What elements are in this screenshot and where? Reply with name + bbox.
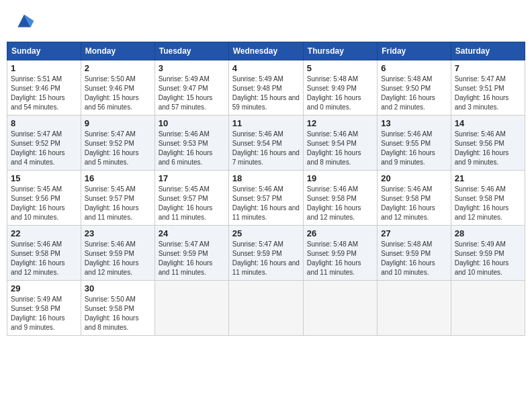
day-number: 11	[232, 118, 300, 128]
day-info: Sunrise: 5:46 AM Sunset: 9:54 PM Dayligh…	[307, 130, 373, 167]
day-info: Sunrise: 5:49 AM Sunset: 9:58 PM Dayligh…	[11, 295, 77, 332]
calendar-cell: 14 Sunrise: 5:46 AM Sunset: 9:56 PM Dayl…	[451, 116, 525, 171]
day-number: 19	[307, 173, 373, 183]
calendar-cell: 9 Sunrise: 5:47 AM Sunset: 9:52 PM Dayli…	[81, 116, 154, 171]
day-info: Sunrise: 5:46 AM Sunset: 9:53 PM Dayligh…	[159, 130, 225, 167]
day-number: 24	[159, 228, 225, 238]
header-tuesday: Tuesday	[154, 42, 228, 60]
calendar-cell: 1 Sunrise: 5:51 AM Sunset: 9:46 PM Dayli…	[7, 60, 81, 116]
calendar-week-3: 15 Sunrise: 5:45 AM Sunset: 9:56 PM Dayl…	[7, 171, 525, 226]
day-number: 6	[381, 63, 447, 73]
day-number: 15	[11, 173, 77, 183]
day-info: Sunrise: 5:45 AM Sunset: 9:56 PM Dayligh…	[11, 185, 77, 222]
day-number: 7	[455, 63, 521, 73]
calendar-cell: 23 Sunrise: 5:46 AM Sunset: 9:59 PM Dayl…	[81, 226, 154, 281]
calendar-cell: 29 Sunrise: 5:49 AM Sunset: 9:58 PM Dayl…	[7, 281, 81, 336]
day-number: 8	[11, 118, 77, 128]
calendar-cell: 5 Sunrise: 5:48 AM Sunset: 9:49 PM Dayli…	[303, 60, 377, 116]
day-number: 20	[381, 173, 447, 183]
day-info: Sunrise: 5:49 AM Sunset: 9:47 PM Dayligh…	[159, 75, 225, 112]
calendar-cell: 28 Sunrise: 5:49 AM Sunset: 9:59 PM Dayl…	[451, 226, 525, 281]
calendar-cell: 12 Sunrise: 5:46 AM Sunset: 9:54 PM Dayl…	[303, 116, 377, 171]
day-number: 3	[159, 63, 225, 73]
header-sunday: Sunday	[7, 42, 81, 60]
calendar-cell: 10 Sunrise: 5:46 AM Sunset: 9:53 PM Dayl…	[154, 116, 228, 171]
day-info: Sunrise: 5:49 AM Sunset: 9:48 PM Dayligh…	[232, 75, 300, 112]
day-info: Sunrise: 5:50 AM Sunset: 9:46 PM Dayligh…	[85, 75, 151, 112]
day-info: Sunrise: 5:46 AM Sunset: 9:56 PM Dayligh…	[455, 130, 521, 167]
day-info: Sunrise: 5:47 AM Sunset: 9:51 PM Dayligh…	[455, 75, 521, 112]
logo-icon	[13, 10, 35, 32]
calendar-week-5: 29 Sunrise: 5:49 AM Sunset: 9:58 PM Dayl…	[7, 281, 525, 336]
logo	[13, 10, 38, 32]
day-number: 18	[232, 173, 300, 183]
calendar-cell: 30 Sunrise: 5:50 AM Sunset: 9:58 PM Dayl…	[81, 281, 154, 336]
day-number: 9	[85, 118, 151, 128]
calendar: SundayMondayTuesdayWednesdayThursdayFrid…	[7, 42, 525, 336]
calendar-cell: 13 Sunrise: 5:46 AM Sunset: 9:55 PM Dayl…	[378, 116, 451, 171]
calendar-header-row: SundayMondayTuesdayWednesdayThursdayFrid…	[7, 42, 525, 60]
calendar-week-1: 1 Sunrise: 5:51 AM Sunset: 9:46 PM Dayli…	[7, 60, 525, 116]
calendar-cell	[154, 281, 228, 336]
day-info: Sunrise: 5:47 AM Sunset: 9:59 PM Dayligh…	[159, 240, 225, 277]
day-number: 23	[85, 228, 151, 238]
day-info: Sunrise: 5:48 AM Sunset: 9:49 PM Dayligh…	[307, 75, 373, 112]
calendar-cell: 21 Sunrise: 5:46 AM Sunset: 9:58 PM Dayl…	[451, 171, 525, 226]
header-friday: Friday	[378, 42, 451, 60]
calendar-cell: 8 Sunrise: 5:47 AM Sunset: 9:52 PM Dayli…	[7, 116, 81, 171]
day-number: 4	[232, 63, 300, 73]
calendar-cell: 25 Sunrise: 5:47 AM Sunset: 9:59 PM Dayl…	[228, 226, 303, 281]
calendar-cell: 17 Sunrise: 5:45 AM Sunset: 9:57 PM Dayl…	[154, 171, 228, 226]
day-info: Sunrise: 5:51 AM Sunset: 9:46 PM Dayligh…	[11, 75, 77, 112]
calendar-cell	[228, 281, 303, 336]
day-number: 14	[455, 118, 521, 128]
calendar-cell: 16 Sunrise: 5:45 AM Sunset: 9:57 PM Dayl…	[81, 171, 154, 226]
day-info: Sunrise: 5:46 AM Sunset: 9:58 PM Dayligh…	[381, 185, 447, 222]
calendar-cell: 27 Sunrise: 5:48 AM Sunset: 9:59 PM Dayl…	[378, 226, 451, 281]
calendar-cell: 4 Sunrise: 5:49 AM Sunset: 9:48 PM Dayli…	[228, 60, 303, 116]
day-info: Sunrise: 5:47 AM Sunset: 9:59 PM Dayligh…	[232, 240, 300, 277]
calendar-cell: 20 Sunrise: 5:46 AM Sunset: 9:58 PM Dayl…	[378, 171, 451, 226]
day-number: 12	[307, 118, 373, 128]
day-info: Sunrise: 5:48 AM Sunset: 9:59 PM Dayligh…	[307, 240, 373, 277]
day-number: 21	[455, 173, 521, 183]
day-info: Sunrise: 5:48 AM Sunset: 9:59 PM Dayligh…	[381, 240, 447, 277]
calendar-cell: 3 Sunrise: 5:49 AM Sunset: 9:47 PM Dayli…	[154, 60, 228, 116]
calendar-week-4: 22 Sunrise: 5:46 AM Sunset: 9:58 PM Dayl…	[7, 226, 525, 281]
day-info: Sunrise: 5:48 AM Sunset: 9:50 PM Dayligh…	[381, 75, 447, 112]
day-info: Sunrise: 5:46 AM Sunset: 9:55 PM Dayligh…	[381, 130, 447, 167]
calendar-cell: 22 Sunrise: 5:46 AM Sunset: 9:58 PM Dayl…	[7, 226, 81, 281]
calendar-cell: 11 Sunrise: 5:46 AM Sunset: 9:54 PM Dayl…	[228, 116, 303, 171]
calendar-cell: 18 Sunrise: 5:46 AM Sunset: 9:57 PM Dayl…	[228, 171, 303, 226]
header-thursday: Thursday	[303, 42, 377, 60]
day-number: 22	[11, 228, 77, 238]
day-number: 1	[11, 63, 77, 73]
day-number: 13	[381, 118, 447, 128]
calendar-cell: 19 Sunrise: 5:46 AM Sunset: 9:58 PM Dayl…	[303, 171, 377, 226]
calendar-cell: 2 Sunrise: 5:50 AM Sunset: 9:46 PM Dayli…	[81, 60, 154, 116]
day-number: 29	[11, 283, 77, 293]
day-info: Sunrise: 5:46 AM Sunset: 9:54 PM Dayligh…	[232, 130, 300, 167]
day-number: 2	[85, 63, 151, 73]
day-number: 5	[307, 63, 373, 73]
header-wednesday: Wednesday	[228, 42, 303, 60]
calendar-cell: 26 Sunrise: 5:48 AM Sunset: 9:59 PM Dayl…	[303, 226, 377, 281]
day-number: 28	[455, 228, 521, 238]
day-info: Sunrise: 5:46 AM Sunset: 9:58 PM Dayligh…	[11, 240, 77, 277]
calendar-cell: 24 Sunrise: 5:47 AM Sunset: 9:59 PM Dayl…	[154, 226, 228, 281]
day-info: Sunrise: 5:45 AM Sunset: 9:57 PM Dayligh…	[85, 185, 151, 222]
calendar-cell: 7 Sunrise: 5:47 AM Sunset: 9:51 PM Dayli…	[451, 60, 525, 116]
day-number: 10	[159, 118, 225, 128]
day-info: Sunrise: 5:46 AM Sunset: 9:58 PM Dayligh…	[307, 185, 373, 222]
day-info: Sunrise: 5:46 AM Sunset: 9:57 PM Dayligh…	[232, 185, 300, 222]
day-number: 30	[85, 283, 151, 293]
day-number: 27	[381, 228, 447, 238]
day-number: 17	[159, 173, 225, 183]
day-info: Sunrise: 5:47 AM Sunset: 9:52 PM Dayligh…	[11, 130, 77, 167]
day-info: Sunrise: 5:50 AM Sunset: 9:58 PM Dayligh…	[85, 295, 151, 332]
day-number: 25	[232, 228, 300, 238]
day-number: 16	[85, 173, 151, 183]
day-info: Sunrise: 5:46 AM Sunset: 9:58 PM Dayligh…	[455, 185, 521, 222]
calendar-cell	[451, 281, 525, 336]
calendar-cell	[303, 281, 377, 336]
